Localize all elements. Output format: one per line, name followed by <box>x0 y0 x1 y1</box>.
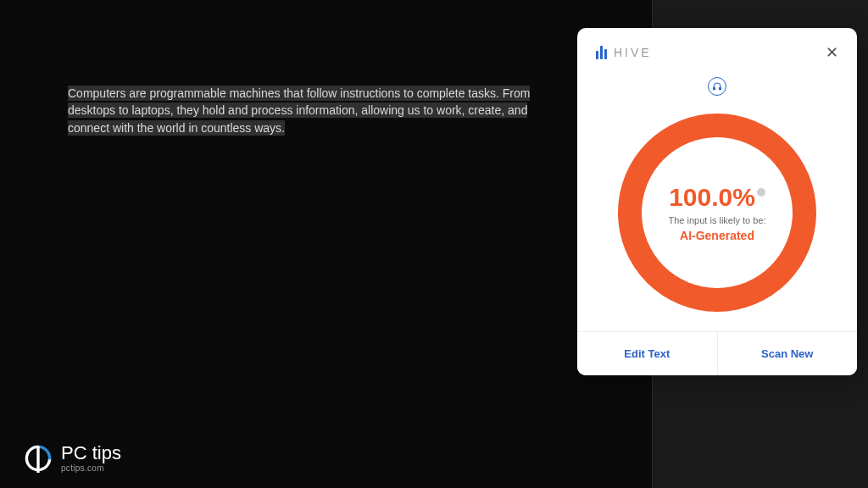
scan-new-button[interactable]: Scan New <box>718 332 858 375</box>
confidence-percent: 100.0% <box>669 183 755 212</box>
likely-label: The input is likely to be: <box>669 215 766 225</box>
hive-logo-icon <box>596 46 607 59</box>
result-body: 100.0% The input is likely to be: AI-Gen… <box>577 72 857 331</box>
analyzed-text[interactable]: Computers are programmable machines that… <box>68 85 559 136</box>
svg-rect-1 <box>720 87 721 90</box>
confidence-ring: 100.0% The input is likely to be: AI-Gen… <box>618 114 816 312</box>
hive-header: HIVE ✕ <box>577 28 857 72</box>
watermark-title-a: PC <box>61 442 87 463</box>
verdict-label: AI-Generated <box>680 229 754 242</box>
watermark: PC tips pctips.com <box>24 444 121 473</box>
hive-actions: Edit Text Scan New <box>577 331 857 375</box>
pctips-logo-icon <box>24 444 53 473</box>
watermark-title-b: tips <box>92 442 121 463</box>
edit-text-button[interactable]: Edit Text <box>577 332 718 375</box>
info-icon[interactable] <box>757 188 765 197</box>
hive-brand-name: HIVE <box>614 46 652 59</box>
support-icon[interactable] <box>708 77 726 96</box>
result-summary: 100.0% The input is likely to be: AI-Gen… <box>642 137 793 288</box>
close-button[interactable]: ✕ <box>822 42 842 64</box>
close-icon: ✕ <box>826 44 838 61</box>
svg-rect-0 <box>714 87 715 90</box>
editor-area: Computers are programmable machines that… <box>0 0 653 488</box>
watermark-url: pctips.com <box>61 464 121 473</box>
hive-brand: HIVE <box>596 46 652 59</box>
highlighted-text: Computers are programmable machines that… <box>68 86 530 136</box>
watermark-title: PC tips <box>61 444 121 463</box>
hive-result-panel: HIVE ✕ 100.0% The input is likely to be:… <box>577 28 857 375</box>
